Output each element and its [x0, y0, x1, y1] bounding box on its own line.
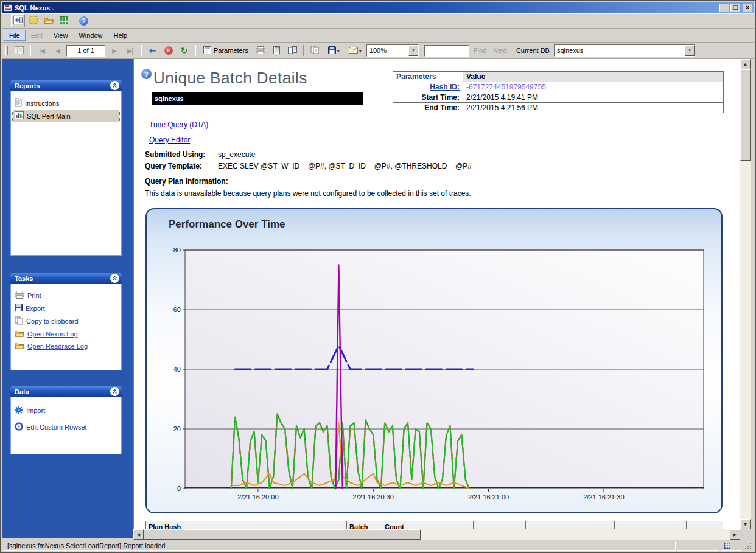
parameters-button[interactable]: Parameters [200, 44, 252, 57]
window-title: SQL Nexus - [15, 4, 54, 12]
maximize-button[interactable]: □ [730, 4, 740, 12]
printer-icon [256, 46, 265, 55]
mail-export-button[interactable]: ▼ [345, 44, 365, 57]
scrollbar-corner [740, 529, 751, 540]
parameters-button-label: Parameters [214, 47, 248, 54]
open-file-button[interactable] [41, 14, 55, 27]
green-grid-icon [60, 16, 68, 26]
task-export[interactable]: Export [11, 302, 121, 315]
next-page-button[interactable]: ▶ [107, 44, 121, 57]
scroll-down-button[interactable]: ▼ [740, 519, 751, 529]
collapse-chevron-icon[interactable] [110, 274, 119, 283]
minimize-button[interactable]: _ [719, 4, 729, 12]
data-panel-header[interactable]: Data [10, 386, 122, 397]
menu-window[interactable]: Window [73, 30, 108, 41]
toolbar-separator [141, 45, 142, 56]
find-link[interactable]: Find [474, 47, 486, 54]
task-label: Print [27, 292, 41, 299]
scroll-left-button[interactable]: ◀ [133, 529, 144, 540]
sql-import-button[interactable] [26, 14, 40, 27]
horizontal-scrollbar[interactable]: ◀ ▶ [133, 529, 740, 540]
report-toolbar-gripper[interactable] [5, 46, 8, 55]
toolbar-separator [195, 45, 196, 56]
print-button[interactable] [254, 44, 268, 57]
tasks-panel-header[interactable]: Tasks [10, 273, 122, 284]
report-title: Unique Batch Details [153, 69, 307, 88]
svg-text:2/21 16:21:00: 2/21 16:21:00 [468, 493, 509, 501]
status-panel [677, 541, 719, 551]
status-message: [sqlnexus.fmNexus.SelectLoadReport] Repo… [4, 541, 676, 551]
save-export-button[interactable]: ▼ [324, 44, 343, 57]
task-copy-to-clipboard[interactable]: Copy to clipboard [11, 315, 121, 328]
collapse-chevron-icon[interactable] [110, 387, 119, 396]
report-item-label: Instructions [25, 100, 59, 107]
query-editor-link[interactable]: Query Editor [149, 136, 190, 144]
vertical-scrollbar[interactable]: ▲ ▼ [740, 59, 751, 529]
status-grid-icon [724, 543, 730, 549]
back-to-parent-button[interactable]: ← [145, 44, 159, 57]
vertical-scroll-thumb[interactable] [740, 69, 751, 161]
task-open-nexus-log[interactable]: Open Nexus Log [11, 328, 121, 340]
copy-icon [310, 46, 319, 55]
horizontal-scroll-thumb[interactable] [144, 529, 421, 540]
refresh-button[interactable]: ↻ [177, 44, 191, 57]
parameters-table-header[interactable]: Parameters [393, 72, 463, 82]
report-item-instructions[interactable]: Instructions [11, 96, 121, 110]
printer-icon [15, 291, 24, 300]
toolbar-gripper[interactable] [5, 16, 7, 26]
data-item-label: Import [26, 407, 45, 414]
report-item-sql-perf-main[interactable]: SQL Perf Main [13, 110, 119, 122]
find-input[interactable] [424, 45, 469, 57]
zoom-combobox[interactable]: 100% ▼ [366, 44, 419, 57]
rowset-grid-button[interactable] [57, 14, 71, 27]
data-edit-custom-rowset[interactable]: Edit Custom Rowset [11, 417, 121, 434]
collapse-chevron-icon[interactable] [110, 81, 119, 90]
print-layout-button[interactable] [270, 44, 284, 57]
svg-text:80: 80 [173, 246, 181, 254]
first-page-button[interactable]: |◀ [35, 44, 49, 57]
submitted-using-label: Submitted Using: [145, 150, 205, 159]
database-banner: sqlnexus [152, 92, 363, 105]
close-button[interactable]: × [743, 4, 752, 12]
menu-edit[interactable]: Edit [26, 30, 48, 41]
bottom-table-header-cell [578, 521, 615, 529]
last-page-button[interactable]: ▶| [123, 44, 137, 57]
bottom-table-header-cell [421, 521, 474, 529]
resize-grip[interactable] [743, 541, 752, 551]
scroll-up-button[interactable]: ▲ [740, 59, 751, 69]
start-time-value: 2/21/2015 4:19:41 PM [463, 92, 724, 103]
page-setup-button[interactable] [285, 44, 299, 57]
bottom-table-header-cell: Count [382, 521, 421, 529]
title-bar[interactable]: SQL Nexus - _ □ × [2, 2, 754, 13]
current-db-combobox[interactable]: sqlnexus ▼ [554, 44, 695, 57]
tune-query-link[interactable]: Tune Query (DTA) [149, 120, 208, 129]
app-icon [4, 4, 12, 12]
table-row: End Time: 2/21/2015 4:21:56 PM [393, 103, 724, 113]
reports-panel-header[interactable]: Reports [10, 80, 122, 91]
current-db-dropdown-icon[interactable]: ▼ [685, 45, 695, 56]
menu-bar: File Edit View Window Help [2, 29, 754, 43]
import-snowflake-icon [15, 406, 23, 416]
task-print[interactable]: Print [11, 289, 121, 302]
data-import[interactable]: Import [11, 402, 121, 417]
hash-id-label[interactable]: Hash ID: [393, 82, 463, 92]
document-map-button[interactable] [12, 44, 26, 57]
zoom-dropdown-icon[interactable]: ▼ [408, 45, 418, 56]
report-help-icon[interactable]: ? [141, 69, 152, 79]
menu-file[interactable]: File [4, 30, 26, 41]
menu-help[interactable]: Help [108, 30, 133, 41]
connect-button[interactable] [11, 14, 25, 27]
task-open-readrace-log[interactable]: Open Readrace Log [11, 340, 121, 352]
page-number-input[interactable] [66, 45, 105, 57]
menu-view[interactable]: View [48, 30, 74, 41]
copy-button[interactable] [308, 44, 322, 57]
stop-icon: × [164, 46, 173, 55]
svg-text:20: 20 [173, 425, 181, 433]
help-button[interactable]: ? [77, 14, 91, 27]
scroll-right-button[interactable]: ▶ [730, 529, 740, 540]
open-folder-icon [15, 330, 24, 338]
connect-icon [13, 16, 23, 26]
find-next-link[interactable]: Next [493, 47, 507, 54]
stop-button[interactable]: × [161, 44, 175, 57]
previous-page-button[interactable]: ◀ [51, 44, 65, 57]
